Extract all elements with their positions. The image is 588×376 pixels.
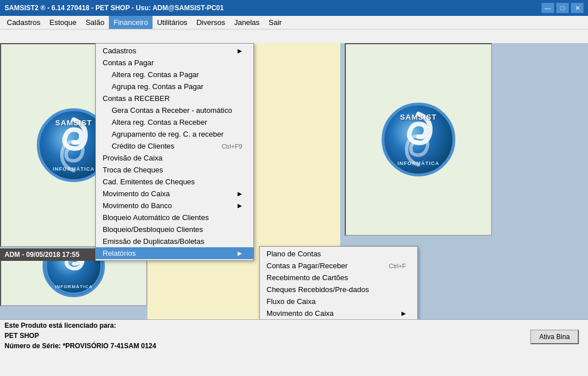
menu-bar: Cadastros Estoque Salão Financeiro Utili… [0, 16, 588, 29]
menu-item-provisao-caixa[interactable]: Provisão de Caixa [96, 152, 253, 164]
status-line1: Este Produto está licenciado para: [5, 320, 156, 331]
status-bar: Este Produto está licenciado para: PET S… [0, 319, 588, 351]
submenu-recebimento-cartoes[interactable]: Recebimento de Cartões [260, 272, 417, 284]
main-content: SAMSIST INFORMÁTICA [0, 43, 588, 319]
menu-item-cadastros[interactable]: Cadastros ▶ [96, 45, 253, 57]
submenu-cheques-recebidos[interactable]: Cheques Recebidos/Pre-dados [260, 284, 417, 295]
status-line3: Número de Série: *PROVISÓRIO 7-41SAM 012… [5, 341, 156, 351]
title-bar: SAMSIST2 ® - 6.14 270418 - PET SHOP - Us… [0, 0, 588, 16]
logo-circle-top-right: SAMSIST INFORMÁTICA [382, 103, 455, 176]
close-button[interactable]: ✕ [571, 3, 583, 13]
minimize-button[interactable]: — [542, 3, 554, 13]
submenu-plano-contas[interactable]: Plano de Contas [260, 248, 417, 260]
menu-item-bloqueio-automatico[interactable]: Bloqueio Automático de Clientes [96, 212, 253, 223]
menu-item-movimento-banco[interactable]: Movimento do Banco ▶ [96, 200, 253, 212]
menu-item-agrupamento-reg[interactable]: Agrupamento de reg. C. a receber [96, 128, 253, 140]
adm-text: ADM - 09/05/2018 17:55 [5, 251, 79, 259]
menu-item-altera-contas-pagar[interactable]: Altera reg. Contas a Pagar [96, 69, 253, 81]
menu-item-movimento-caixa[interactable]: Movimento do Caixa ▶ [96, 188, 253, 200]
logo-panel-top-right: SAMSIST INFORMÁTICA [345, 43, 492, 236]
menu-estoque[interactable]: Estoque [45, 16, 81, 29]
menu-item-contas-receber[interactable]: Contas a RECEBER [96, 92, 253, 104]
status-text: Este Produto está licenciado para: PET S… [5, 320, 156, 351]
menu-sair[interactable]: Sair [264, 16, 286, 29]
menu-item-emissao-duplicatas[interactable]: Emissão de Duplicatas/Boletas [96, 235, 253, 247]
menu-item-altera-contas-receber[interactable]: Altera reg. Contas a Receber [96, 116, 253, 128]
title-controls: — □ ✕ [542, 3, 583, 13]
menu-item-contas-pagar[interactable]: Contas a Pagar [96, 57, 253, 69]
submenu-movimento-caixa[interactable]: Movimento do Caixa ▶ [260, 307, 417, 319]
status-line2: PET SHOP [5, 331, 156, 341]
window-title: SAMSIST2 ® - 6.14 270418 - PET SHOP - Us… [5, 4, 224, 12]
menu-item-relatorios[interactable]: Relatórios ▶ [96, 247, 253, 259]
menu-financeiro[interactable]: Financeiro [109, 16, 153, 29]
menu-item-credito-clientes[interactable]: Crédito de Clientes Ctrl+F9 [96, 140, 253, 152]
financeiro-dropdown: Cadastros ▶ Contas a Pagar Altera reg. C… [95, 43, 254, 261]
menu-item-bloqueio-desbloqueio[interactable]: Bloqueio/Desbloqueio Clientes [96, 223, 253, 235]
menu-salao[interactable]: Salão [81, 16, 109, 29]
submenu-fluxo-caixa[interactable]: Fluxo de Caixa [260, 295, 417, 307]
app-body: Cadastros Estoque Salão Financeiro Utili… [0, 16, 588, 376]
menu-item-gera-contas-receber[interactable]: Gera Contas a Receber - automático [96, 104, 253, 116]
menu-utilitarios[interactable]: Utilitários [153, 16, 192, 29]
menu-diversos[interactable]: Diversos [192, 16, 230, 29]
menu-janelas[interactable]: Janelas [230, 16, 264, 29]
menu-item-troca-cheques[interactable]: Troca de Cheques [96, 164, 253, 176]
ativa-bina-button[interactable]: Ativa Bina [530, 329, 579, 344]
submenu-contas-pagar-receber[interactable]: Contas a Pagar/Receber Ctrl+F [260, 260, 417, 272]
logo-text-top-right: SAMSIST [384, 113, 453, 121]
menu-cadastros[interactable]: Cadastros [2, 16, 45, 29]
menu-item-agrupa-contas-pagar[interactable]: Agrupa reg. Contas a Pagar [96, 81, 253, 92]
maximize-button[interactable]: □ [556, 3, 569, 13]
logo-text-bottom-right: INFORMÁTICA [384, 160, 453, 166]
relatorios-submenu: Plano de Contas Contas a Pagar/Receber C… [259, 246, 418, 319]
logo-text-bottom-left-bottom: INFORMÁTICA [45, 284, 103, 289]
menu-item-cad-emitentes[interactable]: Cad. Emitentes de Cheques [96, 176, 253, 188]
